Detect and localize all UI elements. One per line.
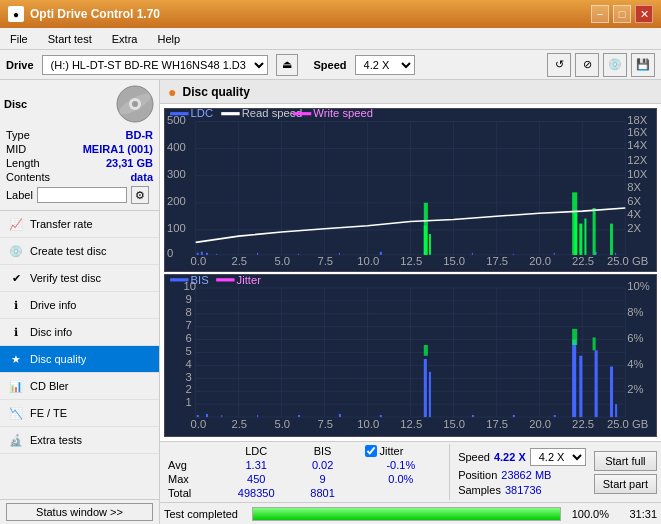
nav-create-test-disc[interactable]: 💿 Create test disc <box>0 238 159 265</box>
svg-text:22.5: 22.5 <box>572 255 594 267</box>
status-text: Test completed <box>164 508 244 520</box>
svg-text:12.5: 12.5 <box>400 255 422 267</box>
label-input[interactable] <box>37 187 127 203</box>
cd-bler-icon: 📊 <box>8 378 24 394</box>
type-value: BD-R <box>126 129 154 141</box>
disc-title: Disc <box>4 98 27 110</box>
menu-file[interactable]: File <box>4 31 34 47</box>
start-part-button[interactable]: Start part <box>594 474 657 494</box>
refresh-button[interactable]: ↺ <box>547 53 571 77</box>
svg-text:2X: 2X <box>627 222 641 234</box>
menu-help[interactable]: Help <box>151 31 186 47</box>
burn-button[interactable]: 💿 <box>603 53 627 77</box>
svg-rect-50 <box>584 218 586 254</box>
svg-rect-9 <box>293 112 311 115</box>
nav-menu: 📈 Transfer rate 💿 Create test disc ✔ Ver… <box>0 211 159 499</box>
start-full-button[interactable]: Start full <box>594 451 657 471</box>
svg-rect-57 <box>513 254 514 255</box>
drive-bar: Drive (H:) HL-DT-ST BD-RE WH16NS48 1.D3 … <box>0 50 661 80</box>
svg-rect-53 <box>298 254 299 255</box>
svg-text:7: 7 <box>185 318 191 330</box>
svg-text:300: 300 <box>167 168 186 180</box>
svg-text:20.0: 20.0 <box>529 417 551 429</box>
svg-text:17.5: 17.5 <box>486 417 508 429</box>
save-button[interactable]: 💾 <box>631 53 655 77</box>
nav-cd-bler[interactable]: 📊 CD Bler <box>0 373 159 400</box>
svg-text:20.0: 20.0 <box>529 255 551 267</box>
svg-text:7.5: 7.5 <box>317 255 333 267</box>
svg-text:400: 400 <box>167 141 186 153</box>
eject-button[interactable]: ⏏ <box>276 54 298 76</box>
svg-rect-134 <box>615 404 617 417</box>
nav-disc-quality[interactable]: ★ Disc quality <box>0 346 159 373</box>
samples-value: 381736 <box>505 484 542 496</box>
avg-ldc: 1.31 <box>218 458 295 472</box>
minimize-button[interactable]: − <box>591 5 609 23</box>
menu-extra[interactable]: Extra <box>106 31 144 47</box>
close-button[interactable]: ✕ <box>635 5 653 23</box>
svg-rect-62 <box>572 192 577 255</box>
avg-bis: 0.02 <box>295 458 351 472</box>
progress-track <box>252 507 561 521</box>
svg-rect-64 <box>610 224 613 255</box>
svg-rect-135 <box>424 344 428 355</box>
app-icon: ● <box>8 6 24 22</box>
svg-text:10.0: 10.0 <box>357 255 379 267</box>
stats-bar: LDC BIS Jitter Avg 1.31 0.02 <box>160 441 661 502</box>
svg-rect-124 <box>380 414 382 416</box>
nav-transfer-rate[interactable]: 📈 Transfer rate <box>0 211 159 238</box>
length-label: Length <box>6 157 40 169</box>
stats-table: LDC BIS Jitter Avg 1.31 0.02 <box>164 444 441 500</box>
nav-disc-info[interactable]: ℹ Disc info <box>0 319 159 346</box>
menu-start-test[interactable]: Start test <box>42 31 98 47</box>
svg-text:17.5: 17.5 <box>486 255 508 267</box>
svg-rect-54 <box>339 253 340 255</box>
erase-button[interactable]: ⊘ <box>575 53 599 77</box>
chart1-svg: LDC Read speed Write speed <box>165 109 656 271</box>
svg-text:12.5: 12.5 <box>400 417 422 429</box>
ldc-header: LDC <box>218 444 295 458</box>
svg-text:0.0: 0.0 <box>191 417 207 429</box>
svg-text:10.0: 10.0 <box>357 417 379 429</box>
svg-text:5.0: 5.0 <box>274 255 290 267</box>
speed-stat-label: Speed <box>458 451 490 463</box>
svg-text:200: 200 <box>167 195 186 207</box>
position-label: Position <box>458 469 497 481</box>
nav-verify-test-disc[interactable]: ✔ Verify test disc <box>0 265 159 292</box>
svg-text:22.5: 22.5 <box>572 417 594 429</box>
svg-text:4: 4 <box>185 357 192 369</box>
nav-extra-tests[interactable]: 🔬 Extra tests <box>0 427 159 454</box>
nav-fe-te[interactable]: 📉 FE / TE <box>0 400 159 427</box>
nav-drive-info[interactable]: ℹ Drive info <box>0 292 159 319</box>
svg-text:1: 1 <box>185 396 191 408</box>
status-window-button[interactable]: Status window >> <box>6 503 153 521</box>
svg-text:6X: 6X <box>627 195 641 207</box>
position-value: 23862 MB <box>501 469 551 481</box>
svg-text:16X: 16X <box>627 126 647 138</box>
svg-rect-136 <box>572 328 577 344</box>
contents-label: Contents <box>6 171 50 183</box>
svg-rect-127 <box>472 414 474 416</box>
svg-text:4X: 4X <box>627 208 641 220</box>
speed-dropdown[interactable]: 4.2 X <box>530 448 586 466</box>
svg-text:LDC: LDC <box>191 109 213 119</box>
drive-info-icon: ℹ <box>8 297 24 313</box>
samples-label: Samples <box>458 484 501 496</box>
svg-text:8X: 8X <box>627 181 641 193</box>
label-edit-button[interactable]: ⚙ <box>131 186 149 204</box>
charts-area: LDC Read speed Write speed <box>160 104 661 441</box>
disc-mid-row: MID MEIRA1 (001) <box>4 142 155 156</box>
svg-rect-63 <box>593 208 596 255</box>
right-panel: ● Disc quality LDC Read speed Write spee… <box>160 80 661 524</box>
disc-icon <box>115 84 155 124</box>
jitter-checkbox[interactable] <box>365 445 377 457</box>
svg-text:7.5: 7.5 <box>317 417 333 429</box>
drive-select[interactable]: (H:) HL-DT-ST BD-RE WH16NS48 1.D3 <box>42 55 268 75</box>
mid-label: MID <box>6 143 26 155</box>
svg-text:2.5: 2.5 <box>231 417 247 429</box>
nav-label: Disc quality <box>30 353 86 365</box>
extra-tests-icon: 🔬 <box>8 432 24 448</box>
svg-text:10: 10 <box>183 279 196 291</box>
speed-select[interactable]: 4.2 X <box>355 55 415 75</box>
maximize-button[interactable]: □ <box>613 5 631 23</box>
